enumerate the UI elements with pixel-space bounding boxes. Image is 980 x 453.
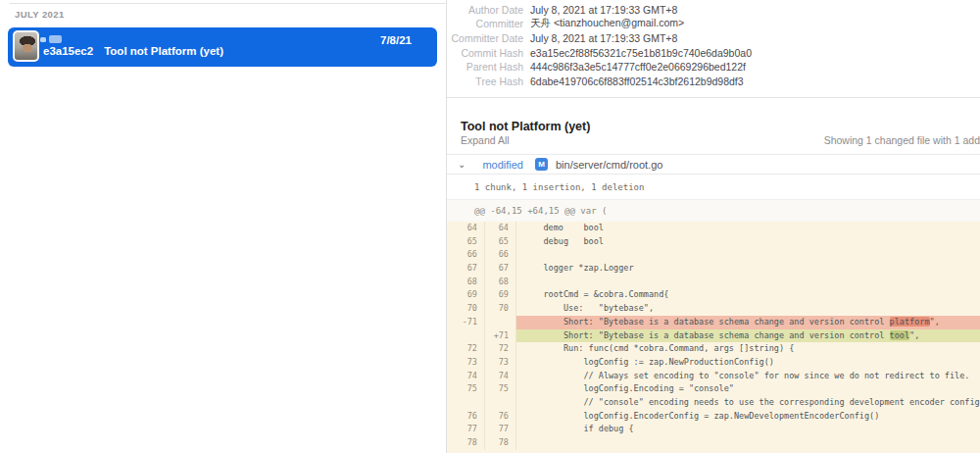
metadata-row: Commit Hashe3a15ec2f88f56321c75e1b81b9c7… <box>447 45 980 60</box>
metadata-label: Committer Date <box>447 32 523 44</box>
line-content: Short: "Bytebase is a database schema ch… <box>516 316 980 329</box>
line-number-new <box>485 316 516 329</box>
diff-line: 7676 logConfig.EncoderConfig = zap.NewDe… <box>447 410 980 424</box>
line-number-old: 67 <box>447 262 485 276</box>
diff-line: // "console" encoding needs to use the c… <box>447 396 980 410</box>
changed-files-summary: Showing 1 changed file with 1 add <box>824 134 980 146</box>
diff-code-view: 6464 demo bool6565 debug bool66666767 lo… <box>447 222 980 453</box>
line-number-old: 74 <box>447 370 485 383</box>
metadata-row: Tree Hash6dabe419706c6f883ff02514c3bf261… <box>447 75 980 89</box>
diff-line: 7878 <box>447 436 980 450</box>
line-number-new: 66 <box>485 248 516 262</box>
line-content: logConfig := zap.NewProductionConfig() <box>516 356 980 370</box>
line-number-new: 77 <box>485 423 516 436</box>
commit-author-name-redacted <box>49 35 62 43</box>
line-content: debug bool <box>516 235 980 249</box>
line-number-new: 73 <box>485 356 516 370</box>
line-number-new: +71 <box>485 329 516 343</box>
diff-line: -71 Short: "Bytebase is a database schem… <box>447 316 980 329</box>
commit-short-hash: e3a15ec2 <box>43 45 93 57</box>
diff-line: 7070 Use: "bytebase", <box>447 302 980 316</box>
line-number-new: 74 <box>485 370 516 383</box>
line-content <box>516 248 980 262</box>
line-text: Short: "Bytebase is a database schema ch… <box>523 317 890 327</box>
diff-line: 6868 <box>447 276 980 289</box>
line-number-old <box>447 329 485 343</box>
metadata-row: Committer DateJuly 8, 2021 at 17:19:33 G… <box>447 31 980 46</box>
git-client-window: JULY 2021 e3a15ec2Tool not Platform (yet… <box>0 0 980 453</box>
diff-line: 6767 logger *zap.Logger <box>447 262 980 276</box>
line-content: // "console" encoding needs to use the c… <box>516 396 980 410</box>
line-content: // Always set encoding to "console" for … <box>516 370 980 383</box>
commit-message-title: Tool not Platform (yet) <box>461 120 590 133</box>
line-number-new <box>485 396 516 410</box>
line-number-old: 75 <box>447 382 485 396</box>
commit-list-panel: JULY 2021 e3a15ec2Tool not Platform (yet… <box>0 0 447 453</box>
line-number-new: 64 <box>485 222 516 235</box>
added-word-highlight: tool <box>890 330 909 340</box>
diff-line: 7777 if debug { <box>447 423 980 436</box>
month-group-header: JULY 2021 <box>10 3 447 20</box>
line-text: ", <box>909 330 919 340</box>
commit-list-item-selected[interactable]: e3a15ec2Tool not Platform (yet) 7/8/21 <box>8 27 437 67</box>
metadata-value: 444c986f3a3e5c14777cff0e2e0669296bed122f <box>530 61 746 73</box>
line-content: logConfig.EncoderConfig = zap.NewDevelop… <box>516 410 980 424</box>
chunk-summary: 1 chunk, 1 insertion, 1 deletion <box>447 176 980 199</box>
metadata-label: Author <box>447 0 523 1</box>
diff-line: 7474 // Always set encoding to "console"… <box>447 370 980 383</box>
month-group-label: JULY 2021 <box>15 9 65 20</box>
metadata-label: Committer <box>447 18 523 29</box>
line-content: if debug { <box>516 423 980 436</box>
commit-summary-line: e3a15ec2Tool not Platform (yet) <box>43 45 378 57</box>
line-number-new: 78 <box>485 436 516 450</box>
diff-line: 7272 Run: func(cmd *cobra.Command, args … <box>447 342 980 356</box>
diff-toolbar: Expand All Showing 1 changed file with 1… <box>461 133 980 147</box>
commit-date: 7/8/21 <box>380 34 412 46</box>
metadata-row: Parent Hash444c986f3a3e5c14777cff0e2e066… <box>447 60 980 75</box>
line-number-old: 69 <box>447 288 485 302</box>
metadata-value: 天舟 <tianzhouchen@gmail.com> <box>530 17 684 30</box>
diff-line: 6666 <box>447 248 980 262</box>
metadata-label: Parent Hash <box>447 61 523 73</box>
line-content: logger *zap.Logger <box>516 262 980 276</box>
line-number-old <box>447 396 485 410</box>
commit-title: Tool not Platform (yet) <box>104 45 223 57</box>
line-number-new: 75 <box>485 382 516 396</box>
line-number-new: 65 <box>485 235 516 249</box>
file-diff-header[interactable]: ⌄ modified M bin/server/cmd/root.go <box>447 154 980 175</box>
metadata-value: July 8, 2021 at 17:19:33 GMT+8 <box>530 4 677 16</box>
diff-line: 7373 logConfig := zap.NewProductionConfi… <box>447 356 980 370</box>
commit-details-panel: Author天舟 <tianzhouchen@gmail.com>Author … <box>447 0 980 453</box>
file-path: bin/server/cmd/root.go <box>556 159 662 171</box>
line-number-new: 72 <box>485 342 516 356</box>
line-content: rootCmd = &cobra.Command{ <box>516 288 980 302</box>
chevron-down-icon[interactable]: ⌄ <box>458 160 466 170</box>
line-content: logConfig.Encoding = "console" <box>516 382 980 396</box>
metadata-label: Commit Hash <box>447 47 523 59</box>
line-number-new: 76 <box>485 410 516 424</box>
line-content <box>516 276 980 289</box>
deleted-word-highlight: platform <box>890 317 930 327</box>
line-number-old: 65 <box>447 235 485 249</box>
diff-line: 6969 rootCmd = &cobra.Command{ <box>447 288 980 302</box>
line-text: ", <box>930 317 940 327</box>
line-number-old: 70 <box>447 302 485 316</box>
metadata-divider <box>447 97 980 98</box>
expand-all-link[interactable]: Expand All <box>461 134 510 146</box>
metadata-table: Author天舟 <tianzhouchen@gmail.com>Author … <box>447 0 980 88</box>
metadata-label: Author Date <box>447 4 523 16</box>
metadata-value: July 8, 2021 at 17:19:33 GMT+8 <box>530 32 677 44</box>
line-number-old: -71 <box>447 316 485 329</box>
line-content: Run: func(cmd *cobra.Command, args []str… <box>516 342 980 356</box>
diff-line: 6464 demo bool <box>447 222 980 235</box>
line-number-old: 78 <box>447 436 485 450</box>
line-number-new: 69 <box>485 288 516 302</box>
hunk-header: @@ -64,15 +64,15 @@ var ( <box>447 199 980 222</box>
line-content <box>516 436 980 450</box>
line-number-old: 72 <box>447 342 485 356</box>
line-number-old: 77 <box>447 423 485 436</box>
metadata-value: 天舟 <tianzhouchen@gmail.com> <box>530 0 684 2</box>
modified-badge-icon: M <box>535 158 548 171</box>
line-number-old: 76 <box>447 410 485 424</box>
commit-author-name-redacted <box>40 37 46 42</box>
